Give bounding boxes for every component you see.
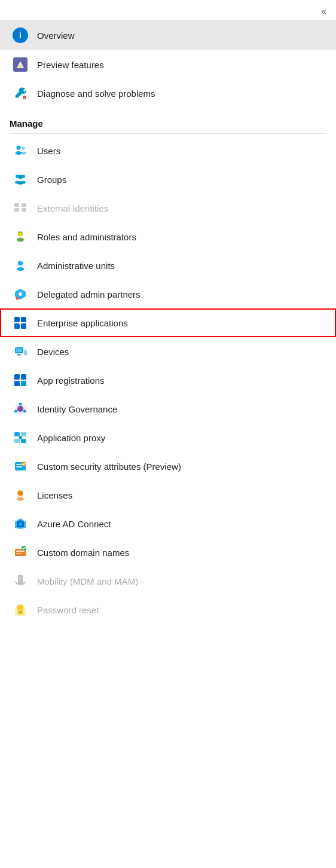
sidebar-item-groups[interactable]: Groups xyxy=(0,165,336,194)
sidebar-item-admin-units[interactable]: Administrative units xyxy=(0,251,336,280)
sidebar-item-licenses[interactable]: Licenses xyxy=(0,481,336,509)
sidebar-item-label: Custom domain names xyxy=(37,548,129,558)
sidebar-item-label: Custom security attributes (Preview) xyxy=(37,461,181,472)
sidebar-item-custom-security[interactable]: Custom security attributes (Preview) xyxy=(0,452,336,481)
svg-rect-17 xyxy=(22,203,26,207)
svg-point-5 xyxy=(17,146,21,150)
sidebar-item-label: Enterprise applications xyxy=(37,318,128,328)
svg-rect-63 xyxy=(19,497,22,500)
devices-icon xyxy=(10,344,31,359)
delegated-icon: ! xyxy=(10,287,31,301)
app-reg-icon xyxy=(10,373,31,387)
sidebar-item-label: Application proxy xyxy=(37,433,105,443)
sidebar-item-mobility: Mobility (MDM and MAM) xyxy=(0,567,336,595)
preview-icon xyxy=(10,57,31,72)
admin-units-icon xyxy=(10,258,31,273)
svg-rect-53 xyxy=(14,439,20,443)
sidebar-item-label: Users xyxy=(37,146,60,156)
svg-rect-39 xyxy=(14,374,20,380)
svg-point-76 xyxy=(20,612,22,613)
svg-point-26 xyxy=(19,292,22,296)
svg-rect-15 xyxy=(14,203,19,207)
sidebar-item-roles[interactable]: Roles and administrators xyxy=(0,222,336,251)
sidebar-item-label: Preview features xyxy=(37,60,104,70)
svg-point-47 xyxy=(14,410,17,413)
sidebar-item-overview[interactable]: i Overview xyxy=(0,20,336,50)
sidebar-item-label: Overview xyxy=(37,30,75,41)
sidebar-item-diagnose[interactable]: ! Diagnose and solve problems xyxy=(0,79,336,108)
sidebar-item-users[interactable]: Users xyxy=(0,136,336,165)
sidebar-item-password-reset: Password reset xyxy=(0,595,336,624)
sidebar-item-label: Password reset xyxy=(37,605,99,615)
svg-point-45 xyxy=(19,403,22,406)
svg-rect-30 xyxy=(21,317,26,322)
svg-rect-64 xyxy=(19,490,20,492)
azure-connect-icon xyxy=(10,516,31,531)
svg-point-74 xyxy=(20,582,21,583)
sidebar-item-label: Roles and administrators xyxy=(37,232,136,242)
svg-rect-52 xyxy=(21,432,26,436)
svg-rect-38 xyxy=(25,352,26,354)
svg-rect-36 xyxy=(17,355,22,356)
sidebar-item-preview-features[interactable]: Preview features xyxy=(0,50,336,79)
sidebar-item-identity-governance[interactable]: Identity Governance xyxy=(0,395,336,423)
sidebar-item-label: Groups xyxy=(37,175,66,185)
wrench-icon: ! xyxy=(10,86,31,100)
svg-point-6 xyxy=(16,151,22,155)
navigation-panel: « i Overview Preview features ! Diag xyxy=(0,0,336,624)
svg-point-20 xyxy=(17,238,24,242)
sidebar-item-label: Identity Governance xyxy=(37,404,117,414)
domain-icon xyxy=(10,545,31,560)
sidebar-item-label: Licenses xyxy=(37,490,72,500)
svg-point-46 xyxy=(23,410,26,413)
svg-point-8 xyxy=(22,152,26,155)
svg-rect-29 xyxy=(14,317,20,322)
section-divider xyxy=(10,133,326,134)
sidebar-item-label: Delegated admin partners xyxy=(37,289,140,299)
licenses-icon xyxy=(10,488,31,502)
collapse-button-area: « xyxy=(0,0,336,20)
external-icon xyxy=(10,201,31,215)
svg-point-23 xyxy=(17,267,24,271)
sidebar-item-label: External Identities xyxy=(37,203,108,213)
svg-rect-42 xyxy=(21,381,26,386)
svg-rect-70 xyxy=(16,553,22,554)
svg-rect-32 xyxy=(21,323,26,329)
custom-sec-icon xyxy=(10,459,31,473)
svg-rect-51 xyxy=(14,432,20,436)
sidebar-item-custom-domains[interactable]: Custom domain names xyxy=(0,538,336,567)
governance-icon xyxy=(10,402,31,416)
sidebar-item-azure-connect[interactable]: Azure AD Connect xyxy=(0,509,336,538)
sidebar-item-label: Administrative units xyxy=(37,261,115,271)
sidebar-item-label: Devices xyxy=(37,347,69,357)
sidebar-item-app-proxy[interactable]: Application proxy xyxy=(0,423,336,452)
svg-rect-31 xyxy=(14,323,20,329)
svg-rect-40 xyxy=(21,374,26,380)
sidebar-item-devices[interactable]: Devices xyxy=(0,337,336,366)
svg-rect-73 xyxy=(19,576,22,581)
svg-rect-54 xyxy=(21,439,26,443)
svg-rect-34 xyxy=(16,349,22,352)
svg-point-55 xyxy=(19,436,22,439)
sidebar-item-app-registrations[interactable]: App registrations xyxy=(0,366,336,395)
users-icon xyxy=(10,143,31,158)
svg-point-11 xyxy=(19,175,23,179)
sidebar-item-label: Diagnose and solve problems xyxy=(37,88,155,99)
sidebar-item-delegated[interactable]: ! Delegated admin partners xyxy=(0,280,336,308)
info-icon: i xyxy=(10,27,31,43)
svg-rect-69 xyxy=(16,551,25,552)
svg-rect-58 xyxy=(16,466,22,467)
groups-icon xyxy=(10,172,31,187)
sidebar-item-label: Mobility (MDM and MAM) xyxy=(37,576,138,586)
sidebar-item-label: App registrations xyxy=(37,375,105,386)
svg-marker-21 xyxy=(17,231,23,237)
svg-rect-18 xyxy=(22,208,26,212)
svg-rect-2 xyxy=(19,66,22,67)
roles-icon xyxy=(10,230,31,244)
sidebar-item-enterprise-apps[interactable]: Enterprise applications xyxy=(0,308,336,337)
enterprise-icon xyxy=(10,316,31,330)
proxy-icon xyxy=(10,430,31,445)
svg-point-14 xyxy=(17,181,23,185)
collapse-button[interactable]: « xyxy=(321,6,326,17)
svg-point-7 xyxy=(22,147,25,150)
